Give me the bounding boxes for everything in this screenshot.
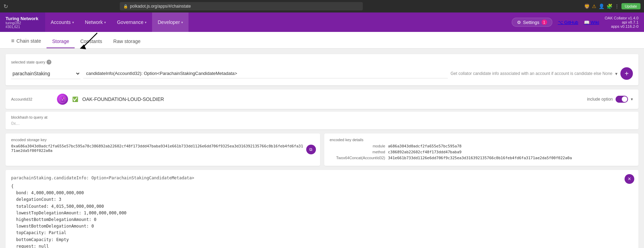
concat-detail-row: Twox64Concat(AccountId32) 341e661b733dd1…	[330, 156, 633, 160]
brand-sub: turing/282	[6, 21, 40, 25]
tab-storage[interactable]: Storage	[47, 39, 75, 48]
developer-chevron: ▾	[181, 20, 183, 24]
settings-icon: ⚙	[517, 20, 521, 25]
copy-button[interactable]: ⧉	[306, 145, 316, 154]
module-detail-row: module a686a3043d0adcf2fa655e57bc595a78	[330, 144, 633, 148]
nav-version: OAK Collator v1.4.0 api v8.7.1 apps v0.1…	[605, 16, 638, 28]
account-row: AccountId32 ✅ OAK-FOUNDATION-LOUD-SOLDIE…	[6, 89, 638, 109]
svg-point-7	[64, 100, 65, 101]
module-select[interactable]: parachainStaking	[11, 68, 81, 79]
refresh-icon[interactable]: ↻	[3, 3, 8, 10]
network-chevron: ▾	[104, 20, 106, 24]
menu-icon[interactable]: ⋮	[614, 3, 619, 9]
result-section: parachainStaking.candidateInfo: Option<P…	[6, 170, 638, 248]
include-option-label: include option	[587, 97, 613, 102]
github-icon: ⌥	[558, 20, 563, 25]
encoded-section: encoded storage key 0xa686a3043d0adcf2fa…	[6, 134, 638, 166]
nav-item-governance[interactable]: Governance ▾	[111, 12, 152, 32]
chain-state-label: Chain state	[16, 38, 41, 44]
version-line1: OAK Collator v1.4.0	[605, 16, 638, 20]
concat-detail-value: 341e661b733dd1126e6dd706f9c325ea3d316392…	[388, 156, 572, 160]
tab-chain-state[interactable]: ≡ Chain state	[6, 38, 47, 48]
browser-bar: ↻ 🔒 polkadot.js.org/apps/#/chainstate 🦁 …	[0, 0, 644, 12]
nav-item-network[interactable]: Network ▾	[80, 12, 111, 32]
method-detail-value: c386892ab22602cf48f173ddd47baba9	[388, 150, 462, 154]
governance-label: Governance	[117, 19, 143, 25]
constants-label: Constants	[80, 39, 102, 44]
brand-name: Turing Network	[6, 16, 40, 21]
tab-constants[interactable]: Constants	[75, 39, 108, 48]
include-option-container: include option ▾	[587, 96, 633, 103]
network-label: Network	[85, 19, 103, 25]
account-verified-icon: ✅	[72, 96, 78, 102]
extensions-icon[interactable]: 🧩	[607, 3, 612, 9]
add-button[interactable]: +	[620, 67, 633, 80]
blockhash-section: blockhash to query at 0x...	[6, 112, 638, 129]
result-content: { bond: 4,000,000,000,000,000 delegation…	[11, 183, 633, 248]
chain-state-icon: ≡	[11, 38, 14, 44]
settings-badge: 1	[542, 19, 547, 25]
update-button[interactable]: Update	[621, 3, 641, 9]
nav-item-developer[interactable]: Developer ▾	[152, 12, 189, 32]
method-detail-label: method	[330, 150, 385, 154]
governance-chevron: ▾	[145, 20, 147, 24]
main-content: selected state query ? parachainStaking …	[0, 49, 644, 248]
raw-storage-label: Raw storage	[113, 39, 141, 44]
svg-point-6	[60, 100, 61, 101]
module-detail-value: a686a3043d0adcf2fa655e57bc595a78	[388, 144, 462, 148]
github-link[interactable]: ⌥ GitHub	[558, 20, 578, 25]
accounts-label: Accounts	[51, 19, 71, 25]
blockhash-label: blockhash to query at	[11, 115, 633, 119]
toggle-thumb	[622, 96, 627, 102]
version-line2: api v8.7.1	[605, 20, 638, 24]
key-details-table: module a686a3043d0adcf2fa655e57bc595a78 …	[330, 144, 633, 160]
query-divider: Get collator candidate info associated w…	[451, 71, 618, 76]
method-detail-row: method c386892ab22602cf48f173ddd47baba9	[330, 150, 633, 154]
developer-label: Developer	[158, 19, 180, 25]
nav-item-accounts[interactable]: Accounts ▾	[45, 12, 80, 32]
description-chevron[interactable]: ▾	[615, 71, 618, 76]
lock-icon: 🔒	[123, 4, 128, 9]
svg-point-4	[63, 97, 65, 99]
encoded-details-label: encoded key details	[330, 138, 633, 142]
include-option-toggle[interactable]	[616, 96, 628, 103]
brave-icon: 🦁	[584, 3, 590, 9]
encoded-key-details: encoded key details module a686a3043d0ad…	[324, 134, 639, 166]
method-display: candidateInfo(AccountId32): Option<Parac…	[83, 69, 448, 78]
account-name: OAK-FOUNDATION-LOUD-SOLDIER	[82, 96, 164, 102]
copy-icon: ⧉	[309, 147, 312, 152]
brand-block: #301,621	[6, 25, 40, 29]
query-description: Get collator candidate info associated w…	[451, 71, 615, 76]
wiki-icon: 📖	[584, 20, 589, 25]
storage-label: Storage	[52, 39, 69, 44]
nav-brand[interactable]: Turing Network turing/282 #301,621	[0, 12, 45, 32]
tab-raw-storage[interactable]: Raw storage	[108, 39, 146, 48]
encoded-key-box: encoded storage key 0xa686a3043d0adcf2fa…	[6, 134, 320, 166]
browser-bar-right: 🦁 ⚠ 👤 🧩 ⋮ Update	[584, 3, 641, 9]
close-result-button[interactable]: ×	[625, 174, 634, 184]
profile-icon[interactable]: 👤	[599, 3, 604, 9]
concat-detail-label: Twox64Concat(AccountId32)	[330, 156, 385, 160]
query-label: selected state query ?	[11, 60, 633, 65]
query-row: parachainStaking candidateInfo(AccountId…	[11, 67, 633, 80]
result-title: parachainStaking.candidateInfo: Option<P…	[11, 176, 633, 180]
settings-label: Settings	[523, 20, 540, 25]
include-option-chevron[interactable]: ▾	[631, 97, 633, 102]
github-label: GitHub	[564, 20, 578, 25]
encoded-key-label: encoded storage key	[11, 138, 315, 142]
wiki-label: Wiki	[591, 20, 599, 25]
accounts-chevron: ▾	[72, 20, 74, 24]
svg-point-5	[62, 99, 63, 101]
version-line3: apps v0.116.2-0	[605, 24, 638, 28]
encoded-key-value: 0xa686a3043d0adcf2fa655e57bc595a78c38689…	[11, 144, 315, 153]
query-info-icon[interactable]: ?	[47, 60, 51, 65]
account-icon	[57, 94, 68, 105]
module-detail-label: module	[330, 144, 385, 148]
wiki-link[interactable]: 📖 Wiki	[584, 20, 599, 25]
blockhash-input[interactable]: 0x...	[11, 121, 633, 126]
url-bar: 🔒 polkadot.js.org/apps/#/chainstate	[120, 2, 363, 10]
query-section: selected state query ? parachainStaking …	[6, 54, 638, 85]
sub-nav: ≡ Chain state Storage Constants Raw stor…	[0, 32, 644, 49]
settings-button[interactable]: ⚙ Settings 1	[512, 18, 552, 27]
method-text: candidateInfo(AccountId32): Option<Parac…	[86, 71, 237, 76]
